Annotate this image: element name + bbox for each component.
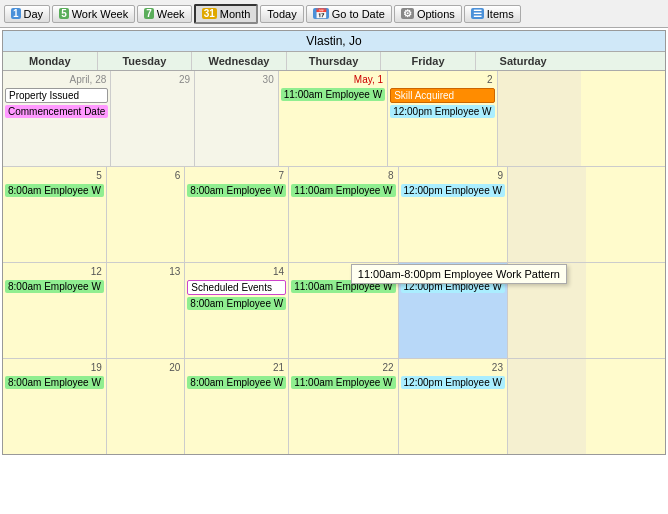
day-header-monday: Monday bbox=[3, 52, 98, 70]
date-may19: 19 bbox=[5, 361, 104, 374]
day-label: Day bbox=[24, 8, 44, 20]
week-row-1: April, 28 Property Issued Commencement D… bbox=[3, 71, 665, 167]
week-button[interactable]: 7 Week bbox=[137, 5, 191, 23]
day-header-saturday: Saturday bbox=[476, 52, 571, 70]
day-header-thursday: Thursday bbox=[287, 52, 382, 70]
date-may13: 13 bbox=[109, 265, 183, 278]
cal-cell-sat4[interactable] bbox=[508, 359, 587, 454]
event-may23-work[interactable]: 12:00pm Employee W bbox=[401, 376, 505, 389]
gotodate-button[interactable]: 📅 Go to Date bbox=[306, 5, 392, 23]
cal-cell-may13[interactable]: 13 bbox=[107, 263, 186, 358]
cal-cell-may14[interactable]: 14 Scheduled Events 8:00am Employee W bbox=[185, 263, 289, 358]
cal-cell-may8[interactable]: 8 11:00am Employee W bbox=[289, 167, 398, 262]
date-may5: 5 bbox=[5, 169, 104, 182]
cal-cell-may2[interactable]: 2 Skill Acquired 12:00pm Employee W bbox=[388, 71, 497, 166]
cal-cell-may22[interactable]: 22 11:00am Employee W bbox=[289, 359, 398, 454]
date-may14: 14 bbox=[187, 265, 286, 278]
gotodate-label: Go to Date bbox=[332, 8, 385, 20]
date-may12: 12 bbox=[5, 265, 104, 278]
event-may22-work[interactable]: 11:00am Employee W bbox=[291, 376, 395, 389]
event-commencement[interactable]: Commencement Date bbox=[5, 105, 108, 118]
cal-cell-may20[interactable]: 20 bbox=[107, 359, 186, 454]
event-may21-work[interactable]: 8:00am Employee W bbox=[187, 376, 286, 389]
date-sat2 bbox=[510, 169, 585, 171]
event-may19-work[interactable]: 8:00am Employee W bbox=[5, 376, 104, 389]
month-button[interactable]: 31 Month bbox=[194, 4, 259, 24]
week-icon: 7 bbox=[144, 8, 154, 19]
cal-cell-may6[interactable]: 6 bbox=[107, 167, 186, 262]
date-may6: 6 bbox=[109, 169, 183, 182]
calendar: Vlastin, Jo Monday Tuesday Wednesday Thu… bbox=[2, 30, 666, 455]
today-label: Today bbox=[267, 8, 296, 20]
today-button[interactable]: Today bbox=[260, 5, 303, 23]
event-skill-acquired[interactable]: Skill Acquired bbox=[390, 88, 494, 103]
event-may7-work[interactable]: 8:00am Employee W bbox=[187, 184, 286, 197]
day-headers-row: Monday Tuesday Wednesday Thursday Friday… bbox=[3, 52, 665, 71]
cal-cell-apr29[interactable]: 29 bbox=[111, 71, 195, 166]
workweek-button[interactable]: 5 Work Week bbox=[52, 5, 135, 23]
event-may5-work[interactable]: 8:00am Employee W bbox=[5, 184, 104, 197]
items-label: Items bbox=[487, 8, 514, 20]
month-icon: 31 bbox=[202, 8, 217, 19]
event-scheduled-events[interactable]: Scheduled Events bbox=[187, 280, 286, 295]
event-may12-work[interactable]: 8:00am Employee W bbox=[5, 280, 104, 293]
event-may9-work[interactable]: 12:00pm Employee W bbox=[401, 184, 505, 197]
cal-cell-may23[interactable]: 23 12:00pm Employee W bbox=[399, 359, 508, 454]
cal-cell-may5[interactable]: 5 8:00am Employee W bbox=[3, 167, 107, 262]
date-apr30: 30 bbox=[197, 73, 276, 86]
cal-cell-may19[interactable]: 19 8:00am Employee W bbox=[3, 359, 107, 454]
cal-cell-may7[interactable]: 7 8:00am Employee W bbox=[185, 167, 289, 262]
workweek-label: Work Week bbox=[72, 8, 128, 20]
date-apr28: April, 28 bbox=[5, 73, 108, 86]
day-header-tuesday: Tuesday bbox=[98, 52, 193, 70]
day-header-wednesday: Wednesday bbox=[192, 52, 287, 70]
date-may20: 20 bbox=[109, 361, 183, 374]
week-row-2: 5 8:00am Employee W 6 7 8:00am Employee … bbox=[3, 167, 665, 263]
week-label: Week bbox=[157, 8, 185, 20]
workweek-icon: 5 bbox=[59, 8, 69, 19]
work-pattern-tooltip: 11:00am-8:00pm Employee Work Pattern bbox=[351, 264, 567, 284]
cal-cell-sat1[interactable] bbox=[498, 71, 582, 166]
date-may23: 23 bbox=[401, 361, 505, 374]
cal-cell-may9[interactable]: 9 12:00pm Employee W 11:00am-8:00pm Empl… bbox=[399, 167, 508, 262]
date-may7: 7 bbox=[187, 169, 286, 182]
date-may1: May, 1 bbox=[281, 73, 385, 86]
week-row-4: 19 8:00am Employee W 20 21 8:00am Employ… bbox=[3, 359, 665, 454]
event-property-issued[interactable]: Property Issued bbox=[5, 88, 108, 103]
cal-cell-apr30[interactable]: 30 bbox=[195, 71, 279, 166]
month-label: Month bbox=[220, 8, 251, 20]
event-may1-work[interactable]: 11:00am Employee W bbox=[281, 88, 385, 101]
cal-cell-may12[interactable]: 12 8:00am Employee W bbox=[3, 263, 107, 358]
cal-cell-may21[interactable]: 21 8:00am Employee W bbox=[185, 359, 289, 454]
date-may21: 21 bbox=[187, 361, 286, 374]
date-may8: 8 bbox=[291, 169, 395, 182]
date-may2: 2 bbox=[390, 73, 494, 86]
cal-cell-sat2[interactable] bbox=[508, 167, 587, 262]
items-button[interactable]: ☰ Items bbox=[464, 5, 521, 23]
items-icon: ☰ bbox=[471, 8, 484, 19]
options-label: Options bbox=[417, 8, 455, 20]
date-may9: 9 bbox=[401, 169, 505, 182]
event-may8-work[interactable]: 11:00am Employee W bbox=[291, 184, 395, 197]
options-button[interactable]: ⚙ Options bbox=[394, 5, 462, 23]
day-button[interactable]: 1 Day bbox=[4, 5, 50, 23]
event-may14-work[interactable]: 8:00am Employee W bbox=[187, 297, 286, 310]
date-sat4 bbox=[510, 361, 585, 363]
cal-cell-apr28[interactable]: April, 28 Property Issued Commencement D… bbox=[3, 71, 111, 166]
date-may22: 22 bbox=[291, 361, 395, 374]
goto-icon: 📅 bbox=[313, 8, 329, 19]
day-icon: 1 bbox=[11, 8, 21, 19]
calendar-header: Vlastin, Jo bbox=[3, 31, 665, 52]
date-apr29: 29 bbox=[113, 73, 192, 86]
options-icon: ⚙ bbox=[401, 8, 414, 19]
person-name: Vlastin, Jo bbox=[306, 34, 361, 48]
event-may2-work[interactable]: 12:00pm Employee W bbox=[390, 105, 494, 118]
toolbar: 1 Day 5 Work Week 7 Week 31 Month Today … bbox=[0, 0, 668, 28]
day-header-friday: Friday bbox=[381, 52, 476, 70]
cal-cell-may1[interactable]: May, 1 11:00am Employee W bbox=[279, 71, 388, 166]
date-sat1 bbox=[500, 73, 580, 75]
